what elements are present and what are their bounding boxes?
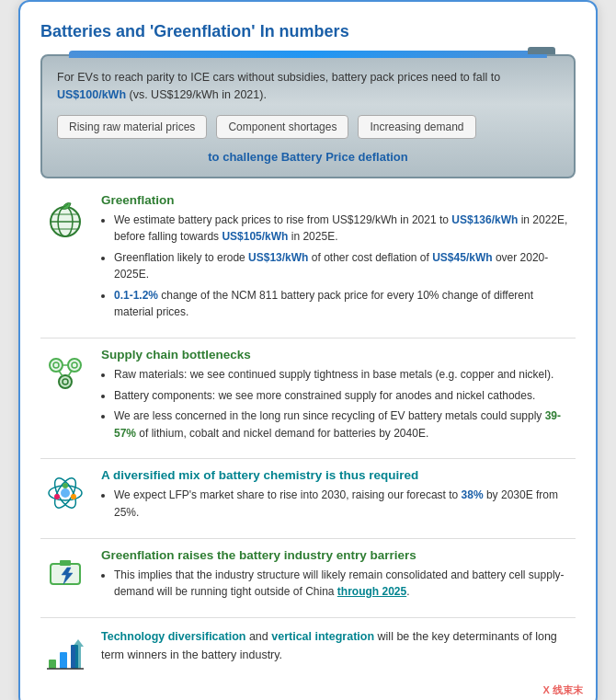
- section-tech-diversity: Technology diversification and vertical …: [40, 627, 576, 677]
- barriers-title: Greenflation raises the battery industry…: [101, 548, 576, 562]
- divider-1: [40, 338, 576, 339]
- supply-chain-title: Supply chain bottlenecks: [101, 348, 576, 361]
- svg-point-6: [50, 359, 63, 372]
- tag-component-shortages: Component shortages: [216, 115, 348, 139]
- svg-rect-23: [60, 560, 71, 566]
- svg-point-21: [54, 494, 60, 499]
- svg-rect-25: [60, 652, 67, 669]
- tag-increasing-demand: Increasing demand: [358, 115, 475, 139]
- supply-chain-body: Raw materials: we see continued supply t…: [101, 366, 576, 442]
- section-chemistry: A diversified mix of battery chemistry i…: [40, 468, 576, 524]
- section-barriers: Greenflation raises the battery industry…: [40, 548, 576, 604]
- main-card: Batteries and 'Greenflation' In numbers …: [18, 0, 598, 700]
- svg-point-10: [59, 375, 72, 388]
- divider-4: [40, 617, 576, 618]
- greenflation-title: Greenflation: [101, 193, 576, 207]
- svg-point-19: [63, 483, 68, 488]
- tech-body: Technology diversification and vertical …: [101, 627, 576, 664]
- battery-description: For EVs to reach parity to ICE cars with…: [57, 69, 559, 104]
- divider-3: [40, 538, 576, 539]
- supply-chain-icon: [40, 348, 90, 397]
- svg-rect-24: [49, 660, 56, 669]
- tech-icon: [40, 627, 90, 677]
- chemistry-body: We expect LFP's market share to rise int…: [101, 487, 576, 521]
- supply-chain-content: Supply chain bottlenecks Raw materials: …: [101, 348, 576, 445]
- tech-content: Technology diversification and vertical …: [101, 627, 576, 664]
- greenflation-content: Greenflation We estimate battery pack pr…: [101, 193, 576, 326]
- chemistry-title: A diversified mix of battery chemistry i…: [101, 468, 576, 482]
- chemistry-icon: [40, 468, 90, 518]
- svg-point-20: [71, 494, 76, 499]
- svg-line-14: [68, 371, 72, 376]
- battery-box: For EVs to reach parity to ICE cars with…: [40, 54, 576, 178]
- tag-raw-materials: Rising raw material prices: [57, 115, 207, 139]
- greenflation-body: We estimate battery pack prices to rise …: [101, 212, 576, 322]
- section-supply-chain: Supply chain bottlenecks Raw materials: …: [40, 348, 576, 445]
- watermark: X 线束末: [543, 683, 583, 697]
- greenflation-icon: [40, 193, 90, 243]
- svg-point-15: [61, 488, 70, 498]
- barriers-body: This implies that the industry structure…: [101, 567, 576, 601]
- barriers-content: Greenflation raises the battery industry…: [101, 548, 576, 604]
- battery-tags: Rising raw material prices Component sho…: [57, 115, 559, 139]
- divider-2: [40, 458, 576, 459]
- barriers-icon: [40, 548, 90, 598]
- chemistry-content: A diversified mix of battery chemistry i…: [101, 468, 576, 524]
- page-title: Batteries and 'Greenflation' In numbers: [40, 22, 576, 41]
- section-greenflation: Greenflation We estimate battery pack pr…: [40, 193, 576, 326]
- battery-terminal: [528, 47, 555, 54]
- svg-line-13: [59, 371, 63, 376]
- svg-point-8: [68, 359, 81, 372]
- battery-top-bar: [69, 51, 547, 58]
- battery-footer: to challenge Battery Price deflation: [57, 150, 559, 164]
